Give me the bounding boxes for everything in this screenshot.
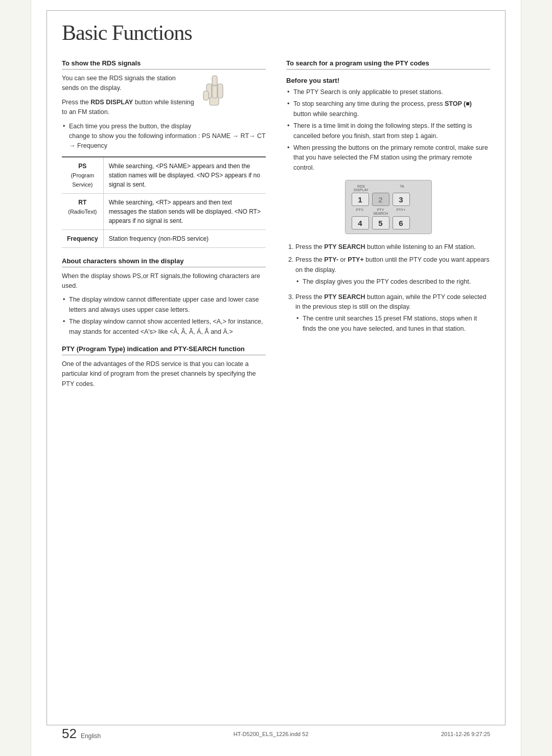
svg-rect-5 (212, 76, 217, 86)
page: Basic Functions To show the RDS signals (31, 0, 521, 756)
right-column: To search for a program using the PTY co… (286, 59, 490, 393)
characters-bullet-list: The display window cannot differentiate … (62, 295, 266, 337)
right-border (505, 10, 505, 725)
table-label-cell: RT(RadioText) (62, 193, 103, 230)
step-sub-bullets: The display gives you the PTY codes desc… (295, 277, 490, 287)
remote-row1: 1 2 3 (352, 193, 425, 206)
list-item: There is a time limit in doing the follo… (286, 121, 490, 141)
remote-label-rds: RDS DISPLAY (353, 185, 370, 192)
remote-row2: 4 5 6 (352, 216, 425, 230)
remote-top-labels: RDS DISPLAY TA (352, 185, 425, 192)
table-row: PS(Program Service)While searching, <PS … (62, 157, 266, 194)
section-pty-heading: PTY (Program Type) indication and PTY-SE… (62, 345, 266, 355)
list-item: The PTY Search is only applicable to pre… (286, 87, 490, 97)
rds-bullet-list: Each time you press the button, the disp… (62, 122, 266, 151)
list-item: The display gives you the PTY codes desc… (295, 277, 490, 287)
list-item: Press the PTY SEARCH button again, while… (295, 292, 490, 334)
remote-btn-2: 2 (372, 193, 389, 206)
remote-label-blank (373, 185, 390, 192)
remote-diagram-wrapper: RDS DISPLAY TA 1 2 3 PTY- PTY SEARCH (286, 180, 490, 234)
page-footer: 52 English HT-D5200_ELS_1226.indd 52 201… (62, 726, 490, 742)
two-column-layout: To show the RDS signals (62, 59, 490, 393)
section-characters-heading: About characters shown in the display (62, 257, 266, 267)
section-search-heading: To search for a program using the PTY co… (286, 59, 490, 70)
remote-btn-1: 1 (352, 193, 369, 206)
page-title: Basic Functions (62, 20, 490, 45)
remote-label-pty-minus: PTY- (352, 208, 369, 215)
before-start-bullets: The PTY Search is only applicable to pre… (286, 87, 490, 173)
footer-left: HT-D5200_ELS_1226.indd 52 (234, 731, 309, 737)
remote-diagram: RDS DISPLAY TA 1 2 3 PTY- PTY SEARCH (345, 180, 432, 234)
list-item: The centre unit searches 15 preset FM st… (295, 314, 490, 334)
step-sub-bullets: The centre unit searches 15 preset FM st… (295, 314, 490, 334)
remote-btn-3: 3 (393, 193, 410, 206)
section-rds-heading: To show the RDS signals (62, 59, 266, 70)
table-desc-cell: Station frequency (non-RDS service) (103, 230, 266, 247)
remote-label-ta: TA (394, 185, 411, 192)
svg-rect-4 (203, 91, 209, 100)
table-desc-cell: While searching, <PS NAME> appears and t… (103, 157, 266, 194)
list-item: To stop searching any time during the pr… (286, 99, 490, 119)
page-language: English (81, 732, 101, 740)
table-desc-cell: While searching, <RT> appears and then t… (103, 193, 266, 230)
page-number-block: 52 English (62, 726, 101, 742)
remote-btn-5: 5 (372, 216, 389, 230)
footer-right: 2011-12-26 9:27:25 (441, 731, 490, 737)
remote-btn-6: 6 (393, 216, 410, 230)
rds-table: PS(Program Service)While searching, <PS … (62, 156, 266, 248)
remote-btn-4: 4 (352, 216, 369, 230)
svg-rect-3 (218, 84, 223, 98)
list-item: When pressing the buttons on the primary… (286, 143, 490, 173)
table-label-cell: Frequency (62, 230, 103, 247)
table-row: RT(RadioText)While searching, <RT> appea… (62, 193, 266, 230)
characters-para1: When the display shows PS,or RT signals,… (62, 271, 266, 291)
remote-label-pty-plus: PTY+ (393, 208, 410, 215)
rds-display-bold: RDS DISPLAY (90, 99, 133, 106)
before-start-heading: Before you start! (286, 77, 490, 84)
finger-icon-block (199, 74, 266, 120)
list-item: Press the PTY SEARCH button while listen… (295, 242, 490, 252)
rds-bullet-item: Each time you press the button, the disp… (62, 122, 266, 151)
table-row: FrequencyStation frequency (non-RDS serv… (62, 230, 266, 247)
table-label-cell: PS(Program Service) (62, 157, 103, 194)
pty-para1: One of the advantages of the RDS service… (62, 359, 266, 389)
remote-label-pty-search: PTY SEARCH (372, 208, 389, 215)
steps-list: Press the PTY SEARCH button while listen… (286, 242, 490, 334)
rds-intro-block: You can see the RDS signals the station … (62, 74, 266, 156)
finger-icon (199, 74, 230, 110)
page-number: 52 (62, 726, 77, 742)
list-item: The display window cannot differentiate … (62, 295, 266, 315)
left-border (47, 10, 47, 725)
list-item: Press the PTY- or PTY+ button until the … (295, 255, 490, 287)
list-item: The display window cannot show accented … (62, 317, 266, 337)
remote-mid-labels: PTY- PTY SEARCH PTY+ (352, 208, 425, 215)
left-column: To show the RDS signals (62, 59, 266, 393)
